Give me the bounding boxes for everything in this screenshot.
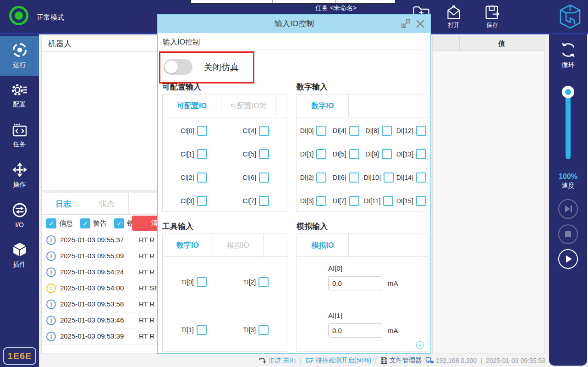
info-checkbox[interactable]: ✓	[46, 218, 56, 228]
io-checkbox-DI[10][interactable]	[384, 172, 394, 183]
dialog-titlebar[interactable]: 输入IO控制	[158, 15, 430, 33]
sidebar-item-label: 配置	[13, 100, 26, 109]
tab-log[interactable]: 日志	[42, 193, 85, 214]
error-code-badge[interactable]: 1E6E	[3, 347, 36, 365]
io-checkbox-DI[3][interactable]	[316, 196, 326, 206]
sidebar-item-task[interactable]: 任务	[0, 116, 39, 156]
mode-label: 正常模式	[37, 13, 64, 22]
tab-tool-analog-io[interactable]: 模拟IO	[213, 234, 264, 256]
ai0-label: AI[0]	[328, 264, 342, 272]
sidebar-item-config[interactable]: 配置	[0, 76, 39, 116]
io-checkbox-DI[9][interactable]	[382, 149, 392, 159]
io-checkbox-CI[2][interactable]	[197, 172, 207, 183]
analog-body: AI[0] mA AI[1] mA i	[297, 257, 428, 352]
play-icon	[559, 250, 577, 268]
io-checkbox-CI[5][interactable]	[259, 149, 269, 159]
io-checkbox-DI[13][interactable]	[416, 149, 426, 159]
sidebar-item-operate[interactable]: 操作	[0, 156, 39, 195]
io-cell: DI[10]	[363, 166, 395, 189]
io-cell: CI[5]	[225, 142, 287, 166]
io-checkbox-CI[3][interactable]	[197, 196, 207, 206]
ti-grid: TI[0]TI[2]TI[1]TI[3]	[163, 257, 287, 354]
tab-digital-io[interactable]: 数字IO	[297, 95, 349, 117]
io-label: TI[1]	[181, 326, 194, 334]
analog-io-panel: 模拟IO AI[0] mA AI[1] mA i	[297, 234, 428, 352]
io-checkbox-DI[15][interactable]	[416, 196, 426, 206]
info-icon: i	[46, 251, 56, 261]
io-label: DI[10]	[363, 174, 380, 181]
info-icon: i	[46, 300, 56, 309]
open-label: 打开	[448, 21, 460, 29]
di-grid: DI[0]DI[4]DI[8]DI[12]DI[1]DI[5]DI[9]DI[1…	[297, 117, 428, 212]
offscreen-window-edge	[190, 0, 396, 4]
stop-button[interactable]	[558, 224, 578, 244]
log-time: 2025-01-03 09:55:09	[60, 252, 124, 260]
io-checkbox-DI[12][interactable]	[416, 126, 426, 136]
io-checkbox-DI[7][interactable]	[349, 196, 359, 206]
file-manager-button[interactable]: 文件管理器	[380, 356, 422, 365]
io-checkbox-CI[7][interactable]	[259, 196, 269, 206]
io-checkbox-DI[5][interactable]	[349, 149, 359, 159]
io-checkbox-TI[2][interactable]	[258, 277, 269, 287]
io-checkbox-DI[2][interactable]	[316, 172, 326, 183]
close-dialog-button[interactable]	[415, 18, 426, 31]
collision-detection-status[interactable]: 碰撞检测开启(50%)	[305, 356, 371, 365]
info-icon[interactable]: i	[416, 341, 424, 349]
io-checkbox-DI[4][interactable]	[349, 126, 359, 136]
warning-checkbox[interactable]: ✓	[80, 218, 90, 228]
resize-dialog-button[interactable]	[400, 18, 411, 31]
io-cell: DI[11]	[363, 189, 395, 212]
io-cell: TI[0]	[163, 258, 225, 306]
info-icon: i	[46, 316, 56, 325]
ai1-input[interactable]	[328, 323, 382, 338]
tab-tool-digital-io[interactable]: 数字IO	[163, 234, 213, 256]
io-label: DI[0]	[300, 127, 314, 134]
save-button[interactable]: 保存	[484, 5, 500, 29]
log-message: RT R	[139, 332, 154, 340]
io-label: CI[7]	[242, 197, 256, 205]
play-button[interactable]	[558, 249, 578, 269]
io-label: CI[3]	[181, 197, 194, 205]
sidebar-item-label: I/O	[15, 221, 24, 228]
io-checkbox-CI[1][interactable]	[197, 149, 207, 159]
speed-slider-track[interactable]	[566, 90, 571, 159]
run-icon	[12, 42, 27, 58]
sidebar-item-run[interactable]: 运行	[0, 36, 39, 76]
loop-mode-button[interactable]: 循环	[549, 41, 587, 69]
task-name-label: 任务 <未命名>	[315, 4, 357, 12]
code-window-icon	[12, 122, 27, 137]
tab-configurable-io[interactable]: 可配置IO	[163, 95, 221, 117]
io-cell: DI[3]	[297, 189, 330, 212]
simulation-toggle[interactable]	[164, 59, 192, 75]
io-checkbox-DI[1][interactable]	[316, 149, 326, 159]
sidebar-item-io[interactable]: I/O	[0, 195, 39, 235]
speed-slider-thumb[interactable]	[562, 86, 574, 98]
io-checkbox-TI[1][interactable]	[197, 325, 207, 335]
io-checkbox-DI[11][interactable]	[383, 196, 393, 206]
brand-logo-icon	[559, 4, 581, 31]
io-checkbox-TI[3][interactable]	[258, 325, 269, 335]
io-label: DI[5]	[333, 150, 346, 158]
tab-analog-io[interactable]: 模拟IO	[297, 234, 349, 256]
tab-status[interactable]: 状态	[85, 193, 129, 214]
log-message: RT R	[139, 268, 154, 276]
error-checkbox[interactable]: ✓	[114, 218, 124, 228]
tab-configurable-io-pair[interactable]: 可配置IO对	[221, 95, 275, 117]
info-icon: i	[46, 235, 56, 245]
filter-warning: ✓ 警告	[80, 218, 107, 228]
step-mode-status[interactable]: 步进 关闭	[258, 356, 296, 365]
ai0-input[interactable]	[328, 276, 382, 290]
io-checkbox-CI[0][interactable]	[197, 126, 207, 136]
sidebar-item-plugin[interactable]: 插件	[0, 235, 39, 275]
io-checkbox-DI[6][interactable]	[349, 172, 359, 183]
io-checkbox-DI[8][interactable]	[382, 126, 392, 136]
robot-status-indicator	[9, 6, 28, 25]
io-checkbox-TI[0][interactable]	[197, 277, 207, 287]
io-checkbox-DI[14][interactable]	[416, 172, 426, 183]
io-cell: DI[7]	[330, 189, 362, 212]
io-checkbox-DI[0][interactable]	[316, 126, 326, 136]
step-forward-button[interactable]	[558, 199, 578, 219]
open-button[interactable]: 打开	[445, 5, 462, 29]
io-checkbox-CI[4][interactable]	[259, 126, 269, 136]
io-checkbox-CI[6][interactable]	[259, 172, 269, 183]
